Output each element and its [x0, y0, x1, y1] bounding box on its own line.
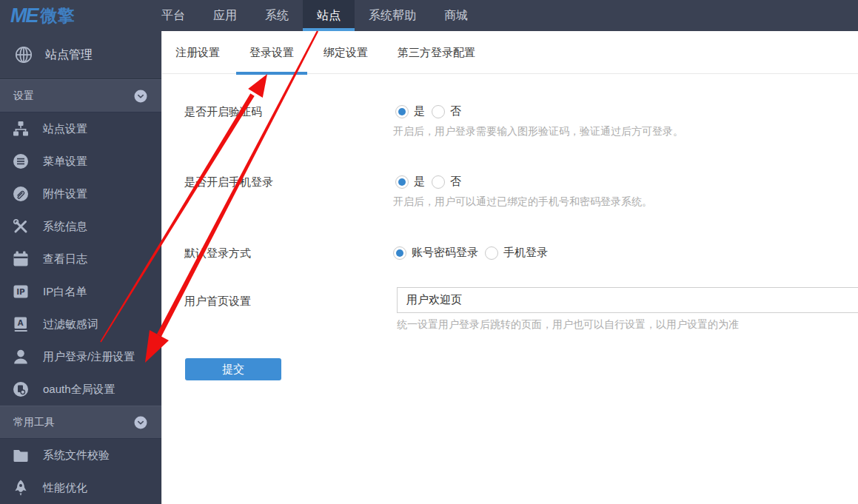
tab-bar: 注册设置 登录设置 绑定设置 第三方登录配置: [162, 31, 858, 74]
radio-option-yes[interactable]: 是: [395, 175, 425, 189]
field-description: 开启后，用户可以通过已绑定的手机号和密码登录系统。: [393, 195, 652, 209]
tab-register-settings[interactable]: 注册设置: [162, 31, 233, 74]
globe-icon: [14, 45, 33, 64]
main-nav: 平台 应用 系统 站点 系统帮助 商城: [147, 0, 482, 31]
chevron-down-icon[interactable]: [134, 416, 147, 429]
rocket-icon: [11, 479, 30, 497]
sidebar-item-performance[interactable]: 性能优化: [0, 471, 161, 504]
submit-button[interactable]: 提交: [185, 358, 281, 380]
sidebar-item-menu-settings[interactable]: 菜单设置: [0, 145, 161, 178]
calendar-icon: [11, 250, 30, 268]
sidebar-item-label: 查看日志: [43, 252, 87, 266]
nav-item-apps[interactable]: 应用: [199, 0, 251, 31]
sidebar-item-site-settings[interactable]: 站点设置: [0, 112, 161, 145]
field-label-user-homepage: 用户首页设置: [184, 295, 251, 309]
sidebar-item-label: 用户登录/注册设置: [43, 350, 135, 364]
radio-option-no[interactable]: 否: [432, 104, 461, 118]
radio-selected-icon[interactable]: [395, 175, 409, 189]
field-label-default-login-mode: 默认登录方式: [184, 246, 251, 261]
section-label: 设置: [13, 90, 34, 103]
sidebar-item-label: 性能优化: [43, 481, 87, 495]
logo-mark-icon: ME: [10, 6, 38, 26]
sidebar-section-common-tools[interactable]: 常用工具: [0, 406, 161, 439]
logo-text: 微擎: [41, 7, 75, 24]
radio-option-label: 是: [414, 104, 425, 118]
sidebar-item-label: 过滤敏感词: [43, 317, 98, 332]
sidebar-item-oauth-settings[interactable]: oauth全局设置: [0, 373, 161, 406]
tools-icon: [11, 218, 30, 235]
radio-selected-icon[interactable]: [395, 105, 409, 118]
sidebar-item-attachment-settings[interactable]: 附件设置: [0, 178, 161, 210]
radio-selected-icon[interactable]: [393, 246, 406, 260]
user-homepage-input[interactable]: [397, 287, 858, 313]
radio-option-label: 否: [450, 175, 461, 189]
sidebar-item-view-logs[interactable]: 查看日志: [0, 243, 161, 275]
radio-unselected-icon[interactable]: [432, 175, 445, 189]
menu-icon: [11, 152, 30, 170]
sidebar-item-label: 菜单设置: [43, 155, 87, 169]
sidebar-settings-list: 站点设置 菜单设置 附件设置: [0, 112, 161, 406]
nav-item-site[interactable]: 站点: [303, 0, 355, 31]
radio-group-default-login-mode: 账号密码登录 手机登录: [393, 246, 554, 260]
user-icon: [11, 348, 30, 366]
field-label-captcha: 是否开启验证码: [184, 105, 262, 119]
folder-icon: [11, 446, 30, 464]
radio-option-mobile[interactable]: 手机登录: [485, 246, 548, 260]
sidebar-item-user-login-register[interactable]: 用户登录/注册设置: [0, 340, 161, 373]
radio-option-account-password[interactable]: 账号密码登录: [393, 246, 478, 260]
field-label-mobile-login: 是否开启手机登录: [184, 175, 273, 189]
nav-item-platform[interactable]: 平台: [147, 0, 199, 31]
field-description: 开启后，用户登录需要输入图形验证码，验证通过后方可登录。: [393, 125, 683, 138]
tab-binding-settings[interactable]: 绑定设置: [310, 31, 381, 74]
sidebar-item-label: IP白名单: [43, 285, 87, 299]
sidebar-item-label: oauth全局设置: [43, 383, 115, 397]
sidebar-item-system-info[interactable]: 系统信息: [0, 210, 161, 243]
sidebar-item-ip-whitelist[interactable]: IP IP白名单: [0, 275, 161, 308]
sidebar-section-settings[interactable]: 设置: [0, 79, 161, 112]
sidebar-item-label: 系统信息: [43, 220, 87, 234]
radio-option-no[interactable]: 否: [432, 175, 461, 189]
sidebar-item-label: 附件设置: [43, 187, 87, 201]
sidebar-item-label: 系统文件校验: [43, 448, 110, 463]
sitemap-icon: [11, 120, 30, 138]
tab-third-party-login[interactable]: 第三方登录配置: [384, 31, 489, 74]
svg-text:IP: IP: [16, 287, 25, 296]
tab-login-settings[interactable]: 登录设置: [236, 31, 307, 74]
radio-option-label: 是: [414, 175, 425, 189]
radio-group-captcha: 是 否: [395, 104, 468, 118]
sidebar-item-label: 站点设置: [43, 122, 87, 136]
chevron-down-icon[interactable]: [134, 90, 147, 103]
radio-option-label: 账号密码登录: [412, 246, 478, 260]
sensitive-words-icon: A: [11, 315, 30, 333]
sidebar-tools-list: 系统文件校验 性能优化: [0, 439, 161, 504]
sidebar-item-label: 站点管理: [45, 47, 93, 63]
radio-option-label: 手机登录: [503, 246, 548, 260]
top-navbar: ME 微擎 平台 应用 系统 站点 系统帮助 商城: [0, 0, 858, 31]
field-description: 统一设置用户登录后跳转的页面，用户也可以自行设置，以用户设置的为准: [397, 318, 739, 332]
sidebar-item-sensitive-words[interactable]: A 过滤敏感词: [0, 308, 161, 340]
main-content: 注册设置 登录设置 绑定设置 第三方登录配置 是否开启验证码 是 否 开启后，用…: [161, 31, 858, 504]
radio-option-label: 否: [450, 104, 461, 118]
nav-item-mall[interactable]: 商城: [430, 0, 482, 31]
nav-item-system[interactable]: 系统: [251, 0, 303, 31]
radio-option-yes[interactable]: 是: [395, 104, 425, 118]
sidebar-item-site-management[interactable]: 站点管理: [0, 31, 161, 79]
svg-text:A: A: [18, 319, 24, 327]
section-label: 常用工具: [13, 416, 55, 429]
sidebar: 站点管理 设置 站点设置: [0, 31, 161, 504]
radio-unselected-icon[interactable]: [432, 105, 445, 118]
radio-unselected-icon[interactable]: [485, 246, 498, 260]
sidebar-item-file-verification[interactable]: 系统文件校验: [0, 439, 161, 471]
nav-item-system-help[interactable]: 系统帮助: [355, 0, 430, 31]
radio-group-mobile-login: 是 否: [395, 175, 468, 189]
oauth-icon: [11, 380, 30, 398]
app-logo[interactable]: ME 微擎: [10, 0, 75, 31]
paperclip-icon: [11, 185, 30, 203]
ip-icon: IP: [11, 283, 30, 300]
